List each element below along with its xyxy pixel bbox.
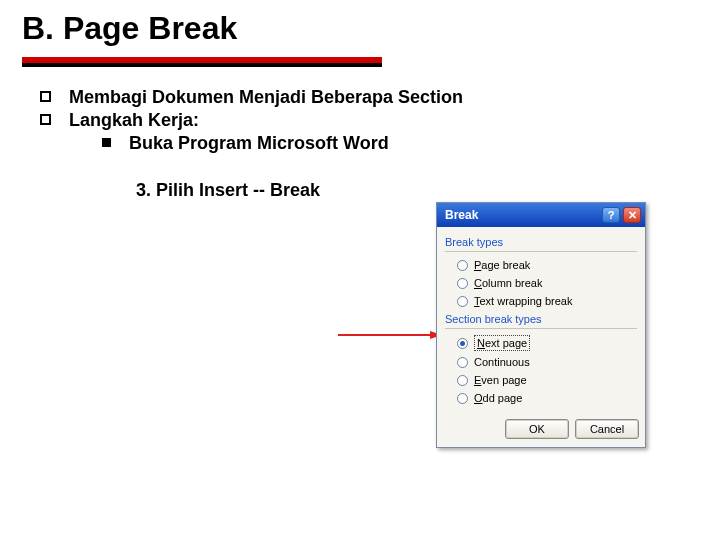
dialog-titlebar[interactable]: Break ? ✕	[437, 203, 645, 227]
bullet-2-text: Langkah Kerja:	[69, 110, 199, 131]
radio-icon	[457, 278, 468, 289]
solid-square-icon	[102, 138, 111, 147]
group-break-types-label: Break types	[445, 233, 637, 251]
hollow-square-icon	[40, 91, 51, 102]
group-section-break-types-label: Section break types	[445, 310, 637, 328]
title-rule	[22, 57, 382, 67]
radio-continuous-label: Continuous	[474, 355, 530, 369]
radio-column-break[interactable]: Column break	[445, 274, 637, 292]
bullet-2-sub-1: Buka Program Microsoft Word	[40, 133, 720, 154]
radio-continuous[interactable]: Continuous	[445, 353, 637, 371]
radio-icon	[457, 296, 468, 307]
radio-column-break-label: Column break	[474, 276, 543, 290]
dialog-title: Break	[445, 208, 478, 222]
slide-content: Membagi Dokumen Menjadi Beberapa Section…	[0, 67, 720, 201]
bullet-2: Langkah Kerja:	[40, 110, 720, 131]
radio-odd-page[interactable]: Odd page	[445, 389, 637, 407]
hollow-square-icon	[40, 114, 51, 125]
step-3-text: 3. Pilih Insert -- Break	[40, 156, 720, 201]
radio-text-wrapping-break[interactable]: Text wrapping break	[445, 292, 637, 310]
dialog-button-row: OK Cancel	[437, 411, 645, 447]
break-dialog: Break ? ✕ Break types Page break Column …	[436, 202, 646, 448]
radio-odd-page-label: Odd page	[474, 391, 522, 405]
help-button[interactable]: ?	[602, 207, 620, 223]
ok-button[interactable]: OK	[505, 419, 569, 439]
radio-next-page-label: Next page	[474, 335, 530, 351]
radio-icon	[457, 357, 468, 368]
radio-page-break-label: Page break	[474, 258, 530, 272]
slide-title: B. Page Break	[0, 0, 720, 53]
radio-icon	[457, 393, 468, 404]
radio-icon	[457, 338, 468, 349]
radio-icon	[457, 375, 468, 386]
bullet-2-sub-1-text: Buka Program Microsoft Word	[129, 133, 389, 154]
radio-next-page[interactable]: Next page	[445, 333, 637, 353]
cancel-button[interactable]: Cancel	[575, 419, 639, 439]
bullet-1-text: Membagi Dokumen Menjadi Beberapa Section	[69, 87, 463, 108]
radio-even-page[interactable]: Even page	[445, 371, 637, 389]
radio-even-page-label: Even page	[474, 373, 527, 387]
radio-text-wrapping-break-label: Text wrapping break	[474, 294, 572, 308]
bullet-1: Membagi Dokumen Menjadi Beberapa Section	[40, 87, 720, 108]
radio-page-break[interactable]: Page break	[445, 256, 637, 274]
radio-icon	[457, 260, 468, 271]
pointer-arrow-icon	[338, 330, 442, 340]
close-button[interactable]: ✕	[623, 207, 641, 223]
